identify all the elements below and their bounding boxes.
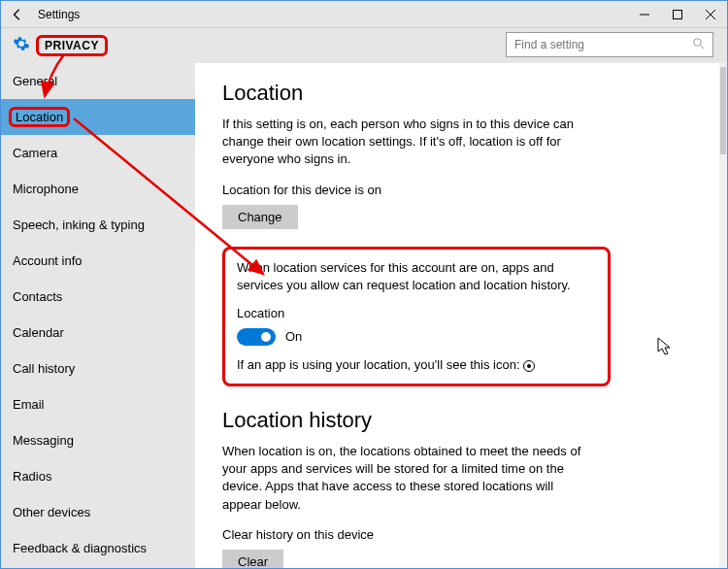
sidebar-item-label: Speech, inking & typing [13,218,145,232]
scroll-thumb[interactable] [720,67,726,154]
icon-text: If an app is using your location, you'll… [237,357,596,372]
sidebar-item-messaging[interactable]: Messaging [1,422,195,458]
sidebar-item-label: Radios [13,469,51,484]
location-toggle-row: On [237,328,596,346]
sidebar-item-label: Other devices [13,505,90,519]
services-description: When location services for this account … [237,259,586,294]
sidebar-item-speech[interactable]: Speech, inking & typing [1,207,195,243]
close-button[interactable] [694,1,727,28]
sidebar-item-email[interactable]: Email [1,386,195,422]
sidebar-item-label: Calendar [13,325,64,340]
sidebar-item-calendar[interactable]: Calendar [1,315,195,351]
sidebar-item-label: Email [13,397,45,412]
sidebar-item-microphone[interactable]: Microphone [1,171,195,207]
svg-line-5 [701,45,705,49]
window-title: Settings [38,8,80,21]
annotation-box: When location services for this account … [222,247,611,386]
sidebar-item-label: Account info [13,253,83,268]
location-indicator-icon [523,360,535,372]
search-icon [693,38,705,52]
breadcrumb: PRIVACY [36,35,108,56]
sidebar-item-callhistory[interactable]: Call history [1,351,195,386]
history-heading: Location history [222,408,692,433]
search-box[interactable] [506,32,713,57]
settings-window: Settings PRIVACY General Location Camera… [0,0,728,569]
svg-point-4 [694,38,702,46]
main-content: Location If this setting is on, each per… [195,63,719,569]
device-status: Location for this device is on [222,183,692,197]
history-description: When location is on, the locations obtai… [222,443,591,514]
scrollbar[interactable] [719,63,727,569]
clear-button[interactable]: Clear [222,550,283,569]
sidebar-item-feedback[interactable]: Feedback & diagnostics [1,530,195,566]
sidebar-item-contacts[interactable]: Contacts [1,279,195,315]
sidebar-item-label: Feedback & diagnostics [13,541,147,555]
clear-label: Clear history on this device [222,527,692,542]
search-input[interactable] [514,38,693,51]
location-description: If this setting is on, each person who s… [222,116,591,169]
sidebar-item-label: Messaging [13,433,74,448]
window-controls [628,1,727,28]
sidebar-item-label: Microphone [13,182,79,196]
sidebar-item-general[interactable]: General [1,63,195,99]
sidebar-item-camera[interactable]: Camera [1,135,195,171]
back-button[interactable] [1,1,34,28]
sidebar-item-label: Camera [13,146,57,160]
location-heading: Location [222,81,692,106]
toggle-state: On [285,329,302,344]
minimize-button[interactable] [628,1,661,28]
maximize-button[interactable] [661,1,694,28]
sidebar-item-label: General [13,74,57,88]
sidebar-item-label: Location [9,107,70,127]
body: General Location Camera Microphone Speec… [1,63,727,569]
change-button[interactable]: Change [222,205,298,229]
toggle-title: Location [237,306,596,320]
sidebar-item-label: Contacts [13,289,62,304]
location-toggle[interactable] [237,328,276,346]
sidebar-item-account[interactable]: Account info [1,243,195,279]
svg-rect-1 [674,11,682,19]
sidebar-item-radios[interactable]: Radios [1,458,195,494]
sidebar-item-location[interactable]: Location [1,99,195,135]
gear-icon [13,35,30,56]
sidebar: General Location Camera Microphone Speec… [1,63,195,569]
header: PRIVACY [1,28,727,63]
sidebar-item-otherdevices[interactable]: Other devices [1,494,195,530]
titlebar: Settings [1,1,727,28]
sidebar-item-label: Call history [13,361,75,376]
